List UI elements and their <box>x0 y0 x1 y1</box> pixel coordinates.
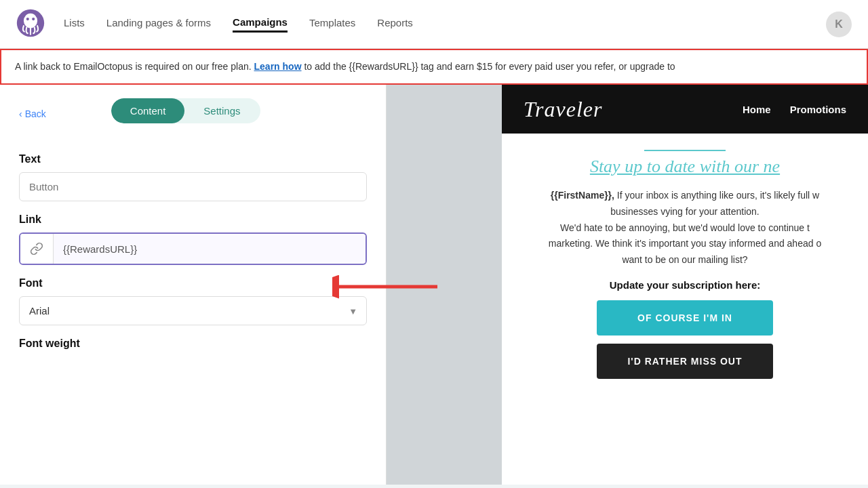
middle-strip <box>387 85 502 485</box>
top-navigation: Lists Landing pages & forms Campaigns Te… <box>0 0 868 49</box>
text-section-label: Text <box>19 153 367 165</box>
preview-divider <box>644 150 726 151</box>
font-weight-label: Font weight <box>19 338 367 350</box>
nav-link-reports[interactable]: Reports <box>377 17 413 31</box>
preview-body: {{FirstName}}, If your inbox is anything… <box>521 188 849 268</box>
avatar[interactable]: K <box>826 12 852 37</box>
preview-btn-yes[interactable]: OF COURSE I'M IN <box>597 300 773 336</box>
nav-link-campaigns[interactable]: Campaigns <box>233 16 288 33</box>
preview-brand: Traveler <box>524 97 602 122</box>
back-link[interactable]: ‹ Back <box>19 108 46 119</box>
logo[interactable] <box>16 9 64 40</box>
alert-text-before: A link back to EmailOctopus is required … <box>15 61 252 72</box>
preview-nav-promotions[interactable]: Promotions <box>790 104 846 115</box>
text-input[interactable] <box>19 172 367 201</box>
back-chevron-icon: ‹ <box>19 108 22 119</box>
nav-link-lists[interactable]: Lists <box>64 17 85 31</box>
alert-learn-how-link[interactable]: Learn how <box>254 61 302 72</box>
tab-content[interactable]: Content <box>111 98 185 123</box>
link-input[interactable] <box>54 235 366 263</box>
preview-headline: Stay up to date with our ne <box>521 157 849 177</box>
preview-nav-home[interactable]: Home <box>743 104 771 115</box>
left-panel: ‹ Back Content Settings Text Link Font <box>0 85 387 485</box>
nav-link-landing-pages[interactable]: Landing pages & forms <box>106 17 211 31</box>
svg-point-1 <box>24 13 37 28</box>
right-preview: Traveler Home Promotions Stay up to date… <box>502 85 868 485</box>
preview-nav-links: Home Promotions <box>743 104 846 115</box>
font-select[interactable]: Arial Georgia Verdana Helvetica Times Ne… <box>19 296 367 325</box>
link-section-label: Link <box>19 214 367 226</box>
preview-header: Traveler Home Promotions <box>502 85 868 134</box>
alert-text-after: to add the {{RewardsURL}} tag and earn $… <box>304 61 675 72</box>
alert-banner: A link back to EmailOctopus is required … <box>0 49 868 85</box>
svg-point-3 <box>32 18 35 20</box>
tab-group: Content Settings <box>111 98 260 123</box>
link-icon <box>20 234 54 264</box>
font-section-label: Font <box>19 277 367 289</box>
preview-content: Stay up to date with our ne {{FirstName}… <box>502 134 868 379</box>
link-input-row <box>19 232 367 265</box>
tab-settings[interactable]: Settings <box>184 98 259 123</box>
font-select-wrapper: Arial Georgia Verdana Helvetica Times Ne… <box>19 296 367 325</box>
nav-links: Lists Landing pages & forms Campaigns Te… <box>64 16 826 33</box>
preview-btn-no[interactable]: I'D RATHER MISS OUT <box>597 344 773 379</box>
svg-point-2 <box>26 18 29 20</box>
preview-subscription-label: Update your subscription here: <box>521 279 849 291</box>
nav-link-templates[interactable]: Templates <box>309 17 355 31</box>
back-label: Back <box>25 108 46 119</box>
